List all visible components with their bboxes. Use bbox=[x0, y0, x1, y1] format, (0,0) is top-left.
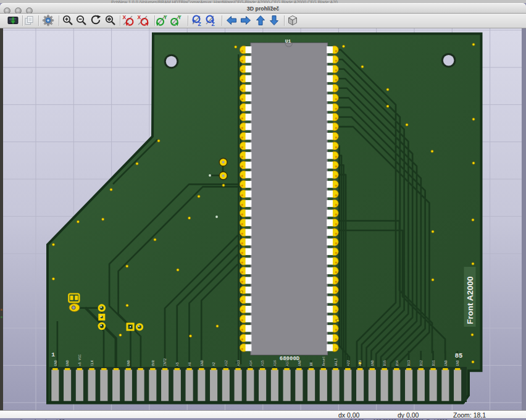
svg-text:A6: A6 bbox=[188, 362, 192, 366]
svg-text:Y: Y bbox=[164, 14, 167, 20]
svg-text:D14: D14 bbox=[396, 360, 399, 366]
svg-text:HALT: HALT bbox=[335, 358, 338, 366]
svg-text:A13: A13 bbox=[237, 360, 241, 366]
svg-text:INT2: INT2 bbox=[164, 358, 167, 366]
svg-text:A17: A17 bbox=[286, 360, 290, 366]
svg-text:U1: U1 bbox=[285, 38, 291, 44]
svg-text:D11: D11 bbox=[432, 360, 436, 366]
svg-text:GND: GND bbox=[201, 360, 204, 366]
svg-text:GND: GND bbox=[445, 360, 448, 366]
svg-text:85: 85 bbox=[455, 352, 463, 359]
svg-text:+5 VCC: +5 VCC bbox=[78, 355, 82, 366]
svg-text:A22: A22 bbox=[347, 360, 351, 366]
svg-text:Z: Z bbox=[211, 21, 214, 27]
svg-text:A23: A23 bbox=[359, 360, 362, 366]
svg-text:A12: A12 bbox=[225, 360, 228, 366]
svg-text:68000D: 68000D bbox=[280, 356, 300, 362]
svg-text:Reset: Reset bbox=[322, 356, 326, 366]
svg-text:A15: A15 bbox=[261, 360, 265, 366]
svg-text:Front A2000: Front A2000 bbox=[465, 276, 475, 324]
svg-text:X: X bbox=[138, 14, 141, 20]
svg-text:CLK: CLK bbox=[91, 359, 94, 366]
svg-text:GND: GND bbox=[371, 360, 375, 366]
svg-text:1: 1 bbox=[51, 351, 55, 358]
svg-text:A14: A14 bbox=[249, 360, 253, 366]
svg-text:X: X bbox=[123, 14, 127, 20]
svg-text:GND: GND bbox=[127, 360, 131, 366]
svg-text:OVR: OVR bbox=[152, 360, 156, 366]
svg-text:A2: A2 bbox=[212, 362, 216, 366]
svg-text:GND: GND bbox=[54, 360, 58, 366]
svg-text:Y: Y bbox=[178, 14, 182, 20]
svg-text:D12: D12 bbox=[420, 360, 424, 366]
svg-text:GND: GND bbox=[66, 360, 70, 366]
svg-text:D13: D13 bbox=[407, 360, 411, 366]
svg-text:Z: Z bbox=[198, 21, 201, 27]
svg-text:BR: BR bbox=[310, 362, 314, 366]
svg-text:A16: A16 bbox=[273, 360, 277, 366]
svg-text:A5: A5 bbox=[176, 362, 180, 366]
svg-text:D15: D15 bbox=[383, 360, 387, 366]
svg-text:GND: GND bbox=[456, 360, 460, 366]
svg-text:GND: GND bbox=[298, 360, 302, 366]
